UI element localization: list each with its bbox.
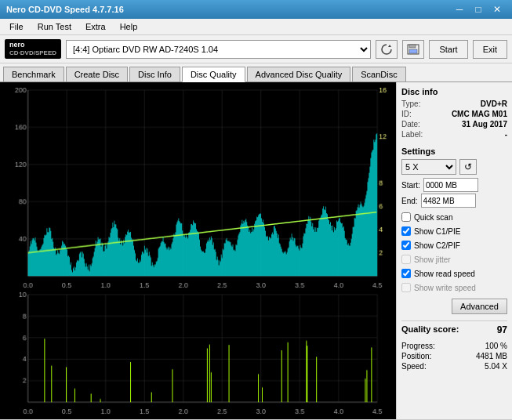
start-mb-label: Start: (401, 181, 420, 190)
end-mb-row: End: (401, 194, 507, 208)
position-label: Position: (401, 352, 431, 360)
window-controls: ─ □ ✕ (451, 3, 506, 16)
refresh-drive-button[interactable] (376, 40, 398, 59)
speed-value-display: 5.04 X (485, 362, 507, 371)
menu-run-test[interactable]: Run Test (31, 20, 78, 33)
refresh-button[interactable]: ↺ (459, 159, 477, 175)
date-row: Date: 31 Aug 2017 (401, 120, 507, 129)
show-c1pie-checkbox[interactable] (401, 226, 411, 236)
main-content: Disc info Type: DVD+R ID: CMC MAG M01 Da… (0, 82, 512, 419)
id-value: CMC MAG M01 (452, 110, 507, 118)
show-read-speed-checkbox[interactable] (401, 269, 411, 278)
start-button[interactable]: Start (429, 40, 467, 59)
progress-label: Progress: (401, 342, 435, 350)
position-value: 4481 MB (476, 352, 507, 360)
speed-label: Speed: (401, 362, 427, 371)
show-jitter-checkbox[interactable] (401, 255, 411, 264)
show-c2pif-checkbox[interactable] (401, 241, 411, 250)
menu-help[interactable]: Help (114, 20, 144, 33)
show-c2pif-label: Show C2/PIF (414, 241, 460, 250)
quality-score-label: Quality score: (401, 324, 459, 335)
show-jitter-label: Show jitter (414, 255, 451, 264)
tab-advanced-disc-quality[interactable]: Advanced Disc Quality (247, 67, 351, 81)
tab-disc-info[interactable]: Disc Info (129, 67, 180, 81)
tab-bar: Benchmark Create Disc Disc Info Disc Qua… (0, 63, 512, 82)
quality-score-value: 97 (497, 324, 507, 335)
svg-rect-1 (409, 45, 416, 48)
disc-info-title: Disc info (401, 87, 507, 96)
progress-value: 100 % (485, 342, 507, 350)
nero-logo: nero CD·DVD/SPEED (5, 39, 61, 58)
side-panel: Disc info Type: DVD+R ID: CMC MAG M01 Da… (396, 82, 512, 419)
titlebar: Nero CD-DVD Speed 4.7.7.16 ─ □ ✕ (0, 0, 512, 19)
start-mb-row: Start: (401, 178, 507, 192)
show-write-speed-label: Show write speed (414, 284, 476, 292)
chart-area (0, 82, 396, 419)
id-label: ID: (401, 110, 412, 118)
quick-scan-checkbox[interactable] (401, 212, 411, 222)
exit-button[interactable]: Exit (473, 40, 507, 59)
menu-file[interactable]: File (3, 20, 30, 33)
type-label: Type: (401, 100, 420, 108)
quick-scan-label: Quick scan (414, 213, 452, 222)
end-mb-label: End: (401, 197, 418, 205)
menu-extra[interactable]: Extra (79, 20, 112, 33)
show-c1pie-row: Show C1/PIE (401, 226, 507, 236)
progress-row: Progress: 100 % (401, 342, 507, 350)
svg-rect-2 (409, 49, 417, 53)
close-button[interactable]: ✕ (488, 3, 506, 16)
quick-scan-row: Quick scan (401, 212, 507, 222)
end-mb-input[interactable] (421, 194, 476, 208)
speed-select[interactable]: 5 X (401, 159, 456, 175)
menubar: File Run Test Extra Help (0, 19, 512, 35)
settings-title: Settings (401, 147, 507, 156)
label-value: - (505, 130, 507, 139)
settings-section: Settings 5 X ↺ Start: End: (401, 147, 507, 209)
progress-section: Progress: 100 % Position: 4481 MB Speed:… (401, 342, 507, 372)
show-write-speed-checkbox[interactable] (401, 283, 411, 292)
date-value: 31 Aug 2017 (462, 120, 507, 129)
advanced-button[interactable]: Advanced (452, 299, 507, 314)
app-title: Nero CD-DVD Speed 4.7.7.16 (6, 5, 124, 14)
id-row: ID: CMC MAG M01 (401, 110, 507, 118)
show-write-speed-row: Show write speed (401, 283, 507, 292)
label-label: Label: (401, 130, 423, 139)
date-label: Date: (401, 120, 420, 129)
disc-info-section: Disc info Type: DVD+R ID: CMC MAG M01 Da… (401, 87, 507, 140)
label-row: Label: - (401, 130, 507, 139)
speed-value-row: Speed: 5.04 X (401, 362, 507, 371)
show-jitter-row: Show jitter (401, 255, 507, 264)
tab-scan-disc[interactable]: ScanDisc (352, 67, 405, 81)
tab-disc-quality[interactable]: Disc Quality (182, 67, 245, 82)
upper-chart (3, 85, 393, 290)
show-c2pif-row: Show C2/PIF (401, 241, 507, 250)
tab-benchmark[interactable]: Benchmark (3, 67, 64, 81)
start-mb-input[interactable] (423, 178, 478, 192)
position-row: Position: 4481 MB (401, 352, 507, 360)
speed-row: 5 X ↺ (401, 159, 507, 175)
show-read-speed-row: Show read speed (401, 269, 507, 278)
save-button[interactable] (402, 40, 424, 59)
minimize-button[interactable]: ─ (451, 3, 468, 16)
type-value: DVD+R (481, 100, 507, 108)
lower-chart (3, 291, 393, 416)
maximize-button[interactable]: □ (470, 3, 487, 16)
quality-score-row: Quality score: 97 (401, 320, 507, 335)
type-row: Type: DVD+R (401, 100, 507, 108)
tab-create-disc[interactable]: Create Disc (66, 67, 128, 81)
drive-select[interactable]: [4:4] Optiarc DVD RW AD-7240S 1.04 (66, 40, 371, 59)
header-row: nero CD·DVD/SPEED [4:4] Optiarc DVD RW A… (0, 35, 512, 63)
show-read-speed-label: Show read speed (414, 270, 475, 278)
show-c1pie-label: Show C1/PIE (414, 227, 460, 236)
